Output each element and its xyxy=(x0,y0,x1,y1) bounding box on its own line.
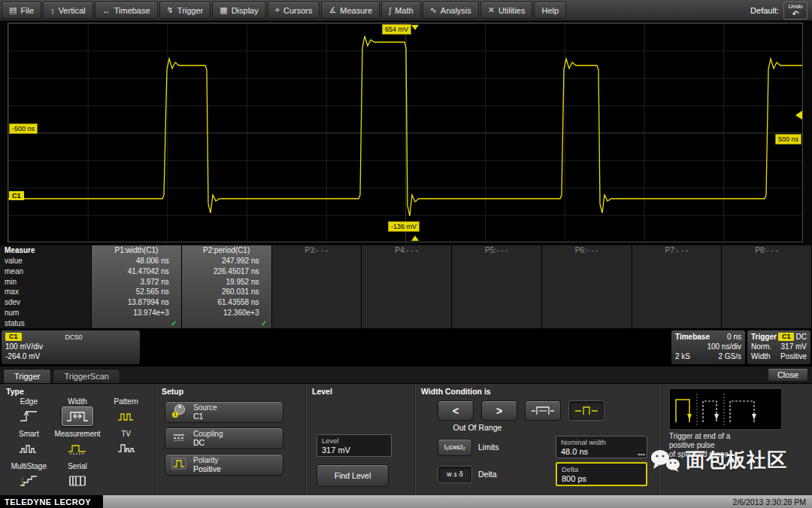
level-field-label: Level xyxy=(322,437,386,446)
menu-help-label: Help xyxy=(541,6,559,15)
status-check-icon: ✓ xyxy=(182,318,271,328)
trigger-level: 317 mV xyxy=(781,342,807,351)
delta-field[interactable]: Delta 800 ps xyxy=(556,462,647,486)
undo-button[interactable]: Undo ↶ xyxy=(783,2,807,20)
analysis-icon: ∿ xyxy=(430,5,437,15)
menu-file-label: File xyxy=(20,6,34,15)
greater-than-button[interactable]: > xyxy=(481,400,517,421)
measure-col-p5[interactable]: P5:- - - xyxy=(452,245,542,328)
trigger-type-tv[interactable]: TV xyxy=(102,429,150,461)
trigger-level-section: Level Level 317 mV Find Level xyxy=(306,384,415,495)
tab-trigger[interactable]: Trigger xyxy=(3,369,51,383)
tab-triggerscan[interactable]: TriggerScan xyxy=(53,369,120,383)
descriptor-bar: C1 DC50 100 mV/div -264.0 mV Timebase 0 … xyxy=(0,329,812,367)
trigger-descriptor[interactable]: Trigger C1 DC Norm. 317 mV Width Positiv… xyxy=(747,330,810,364)
trigger-type-pattern[interactable]: Pattern xyxy=(102,397,150,429)
nominal-width-value: 48.0 ns xyxy=(561,447,642,456)
width-condition-section: Width Condition is < > Out Of Range t₁≤w… xyxy=(415,384,659,495)
nominal-width-field[interactable]: Nominal width 48.0 ns xyxy=(556,436,647,458)
left-time-marker[interactable]: -500 ns xyxy=(9,123,38,134)
close-button[interactable]: Close xyxy=(768,368,808,382)
waveform-trace xyxy=(8,23,802,242)
range-condition-label: Out Of Range xyxy=(438,423,517,432)
menu-utilities[interactable]: ✕Utilities xyxy=(480,2,533,19)
trigger-type-smart[interactable]: Smart xyxy=(5,429,53,461)
polarity-icon xyxy=(171,458,186,473)
type-section-title: Type xyxy=(0,384,155,397)
menu-vertical[interactable]: ↕Vertical xyxy=(43,2,93,19)
trigger-type-measurement[interactable]: Measurement xyxy=(53,429,102,461)
trigger-setup-section: Setup 1 Source C1 Coupling DC xyxy=(156,384,306,495)
delta-button[interactable]: w ± δ xyxy=(438,466,472,483)
menu-help[interactable]: Help xyxy=(534,2,566,19)
cursors-icon: ⌖ xyxy=(275,5,280,15)
trigger-type: Width xyxy=(751,352,771,360)
file-icon: ▤ xyxy=(9,5,17,15)
oscilloscope-app: ▤File ↕Vertical ↔Timebase ↯Trigger ▦Disp… xyxy=(0,0,812,508)
menu-timebase-label: Timebase xyxy=(114,6,150,15)
trigger-source-chip: C1 xyxy=(778,333,795,341)
find-level-button[interactable]: Find Level xyxy=(317,464,389,487)
menu-math[interactable]: ∫Math xyxy=(381,2,420,19)
menu-measure[interactable]: ∡Measure xyxy=(321,2,380,19)
in-range-icon xyxy=(530,405,556,417)
measurement-type-icon xyxy=(64,439,91,458)
knob-icon: 1 xyxy=(171,403,186,421)
trigger-time-marker-icon[interactable] xyxy=(411,236,419,241)
menu-display-label: Display xyxy=(232,6,259,15)
undo-icon: ↶ xyxy=(792,10,798,18)
measure-col-p2[interactable]: P2:period(C1) 247.992 ns 226.45017 ns 19… xyxy=(182,245,272,328)
top-voltage-marker[interactable]: 654 mV xyxy=(382,24,411,35)
timebase-title: Timebase xyxy=(675,333,710,341)
menu-timebase[interactable]: ↔Timebase xyxy=(95,2,158,19)
dialog-tabbar: Trigger TriggerScan Close xyxy=(0,367,812,383)
bottom-voltage-marker[interactable]: -136 mV xyxy=(388,221,420,232)
trigger-type-edge[interactable]: Edge xyxy=(5,397,53,429)
measure-col-p1[interactable]: P1:width(C1) 48.006 ns 41.47042 ns 3.972… xyxy=(92,245,182,328)
pattern-type-icon xyxy=(114,406,139,426)
coupling-icon xyxy=(171,431,186,446)
in-range-button[interactable] xyxy=(525,400,561,421)
width-type-icon xyxy=(62,406,93,426)
trigger-level-marker-icon[interactable] xyxy=(795,111,802,120)
limits-button[interactable]: t₁≤w≤t₂ xyxy=(438,439,472,456)
menu-vertical-label: Vertical xyxy=(59,6,86,15)
menu-display[interactable]: ▦Display xyxy=(212,2,265,19)
measure-row-labels: Measure value mean min max sdev num stat… xyxy=(0,245,92,328)
utilities-icon: ✕ xyxy=(488,5,495,15)
polarity-button[interactable]: Polarity Positive xyxy=(165,454,283,476)
measure-col-p3[interactable]: P3:- - - xyxy=(272,245,362,328)
menu-math-label: Math xyxy=(395,6,413,15)
brand-logo: TELEDYNE LECROY xyxy=(0,495,103,508)
trigger-slope: Positive xyxy=(780,352,807,360)
right-time-marker[interactable]: 500 ns xyxy=(775,134,801,144)
source-button[interactable]: 1 Source C1 xyxy=(165,401,283,423)
channel-zero-marker[interactable]: C1 xyxy=(9,191,24,200)
edge-type-icon xyxy=(16,406,41,426)
timebase-descriptor[interactable]: Timebase 0 ns 100 ns/div 2 kS 2 GS/s xyxy=(671,330,745,364)
width-condition-title: Width Condition is xyxy=(415,384,658,397)
measure-col-p7[interactable]: P7:- - - xyxy=(632,245,723,328)
less-than-button[interactable]: < xyxy=(438,400,474,421)
level-field[interactable]: Level 317 mV xyxy=(317,434,392,457)
channel-c1-descriptor[interactable]: C1 DC50 100 mV/div -264.0 mV xyxy=(2,330,140,364)
trigger-type-serial[interactable]: Serial xyxy=(53,461,102,494)
coupling-value: DC xyxy=(193,438,223,447)
out-of-range-button[interactable] xyxy=(568,400,604,421)
trigger-top-marker-icon[interactable] xyxy=(411,25,419,30)
menu-trigger[interactable]: ↯Trigger xyxy=(159,2,211,19)
menu-file[interactable]: ▤File xyxy=(2,2,41,19)
waveform-display[interactable]: 654 mV -500 ns 500 ns C1 -136 mV xyxy=(8,23,803,242)
trigger-dialog: Trigger TriggerScan Close Type Edge Widt… xyxy=(0,367,812,495)
measure-col-p4[interactable]: P4:- - - xyxy=(362,245,452,328)
menu-analysis-label: Analysis xyxy=(441,6,471,15)
trigger-type-multistage[interactable]: MultiStage xyxy=(5,461,53,494)
measure-col-p8[interactable]: P8:- - - xyxy=(722,245,812,328)
measure-col-p6[interactable]: P6:- - - xyxy=(542,245,632,328)
menu-cursors[interactable]: ⌖Cursors xyxy=(268,2,320,19)
trigger-title: Trigger xyxy=(751,333,777,341)
menu-cursors-label: Cursors xyxy=(283,6,313,15)
trigger-type-width[interactable]: Width xyxy=(53,397,102,429)
menu-analysis[interactable]: ∿Analysis xyxy=(423,2,479,19)
coupling-button[interactable]: Coupling DC xyxy=(165,427,283,449)
